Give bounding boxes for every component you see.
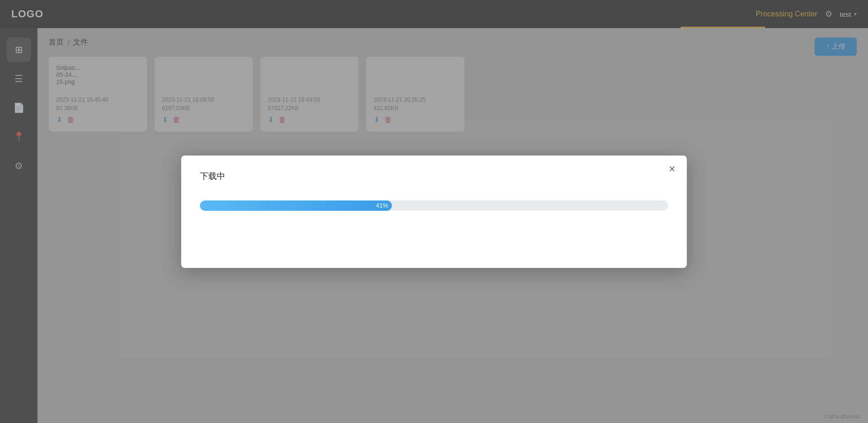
modal-overlay: 下载中 ✕ 41% — [0, 0, 868, 423]
dialog-title: 下载中 — [200, 171, 668, 182]
dialog-close-button[interactable]: ✕ — [669, 165, 676, 173]
progress-label: 41% — [376, 202, 388, 209]
progress-track: 41% — [200, 200, 668, 211]
download-dialog: 下载中 ✕ 41% — [181, 156, 687, 268]
progress-fill: 41% — [200, 200, 392, 211]
